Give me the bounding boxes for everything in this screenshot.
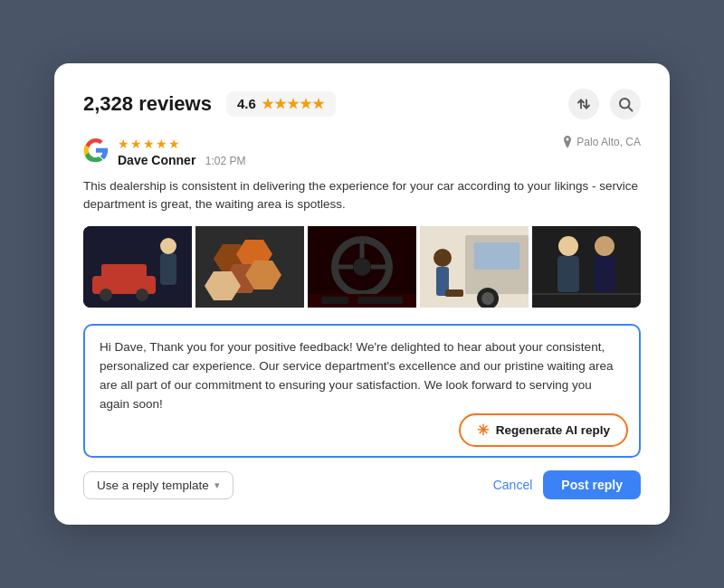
regenerate-button[interactable]: ✳ Regenerate AI reply: [459, 413, 628, 447]
right-actions: Cancel Post reply: [493, 470, 641, 499]
google-logo: [83, 138, 109, 163]
photo-2: [195, 226, 304, 308]
rating-number: 4.6: [237, 96, 256, 111]
header-left: 2,328 reviews 4.6 ★★★★★: [83, 91, 336, 117]
svg-rect-34: [445, 289, 463, 297]
svg-rect-39: [594, 256, 615, 292]
header-icons: [568, 89, 641, 119]
svg-point-7: [100, 289, 112, 301]
svg-point-10: [160, 238, 176, 254]
photo-3: [308, 226, 416, 308]
photo-5: [532, 226, 641, 308]
cancel-button[interactable]: Cancel: [493, 478, 533, 492]
photo-4: [420, 226, 529, 308]
sort-icon: [576, 96, 592, 112]
reviewer-name: Dave Conner: [118, 153, 195, 167]
photo-1: [83, 226, 192, 308]
reviewer-stars: ★★★★★: [118, 136, 246, 152]
location-text: Palo Alto, CA: [576, 136, 641, 148]
use-template-button[interactable]: Use a reply template ▾: [83, 471, 233, 499]
svg-rect-9: [160, 253, 176, 285]
review-card: 2,328 reviews 4.6 ★★★★★: [54, 63, 670, 525]
rating-stars: ★★★★★: [262, 96, 325, 112]
reviewer-location: Palo Alto, CA: [562, 136, 641, 148]
reviewer-name-row: Dave Conner 1:02 PM: [118, 152, 246, 168]
svg-rect-37: [557, 256, 579, 292]
reviewer-info: ★★★★★ Dave Conner 1:02 PM: [118, 136, 246, 168]
svg-line-3: [628, 107, 632, 110]
svg-point-31: [433, 249, 452, 267]
svg-point-36: [558, 236, 578, 256]
svg-rect-35: [532, 226, 641, 308]
reply-box: Hi Dave, Thank you for your positive fee…: [83, 324, 641, 458]
photo-grid: [83, 226, 641, 308]
location-icon: [562, 136, 573, 148]
post-reply-button[interactable]: Post reply: [543, 470, 641, 499]
rating-badge: 4.6 ★★★★★: [226, 91, 336, 117]
svg-point-38: [595, 236, 614, 256]
card-header: 2,328 reviews 4.6 ★★★★★: [83, 89, 641, 119]
search-icon: [617, 96, 634, 112]
svg-rect-24: [321, 297, 348, 304]
regenerate-icon: ✳: [477, 422, 489, 439]
svg-point-30: [481, 292, 494, 305]
svg-rect-6: [101, 264, 147, 280]
svg-point-8: [136, 289, 148, 301]
reviewer-time: 1:02 PM: [205, 155, 246, 167]
reply-text: Hi Dave, Thank you for your positive fee…: [100, 338, 624, 414]
reviewer-left: ★★★★★ Dave Conner 1:02 PM: [83, 136, 246, 168]
chevron-down-icon: ▾: [214, 479, 220, 491]
svg-rect-28: [474, 242, 519, 270]
sort-button[interactable]: [568, 89, 599, 119]
regenerate-label: Regenerate AI reply: [496, 423, 610, 437]
search-button[interactable]: [610, 89, 641, 119]
svg-rect-25: [357, 297, 403, 304]
review-text: This dealership is consistent in deliver…: [83, 177, 641, 214]
reviewer-row: ★★★★★ Dave Conner 1:02 PM Palo Alto, CA: [83, 136, 641, 168]
template-label: Use a reply template: [97, 479, 209, 492]
review-count: 2,328 reviews: [83, 92, 212, 116]
svg-point-19: [353, 258, 371, 276]
actions-row: Use a reply template ▾ Cancel Post reply: [83, 470, 641, 499]
